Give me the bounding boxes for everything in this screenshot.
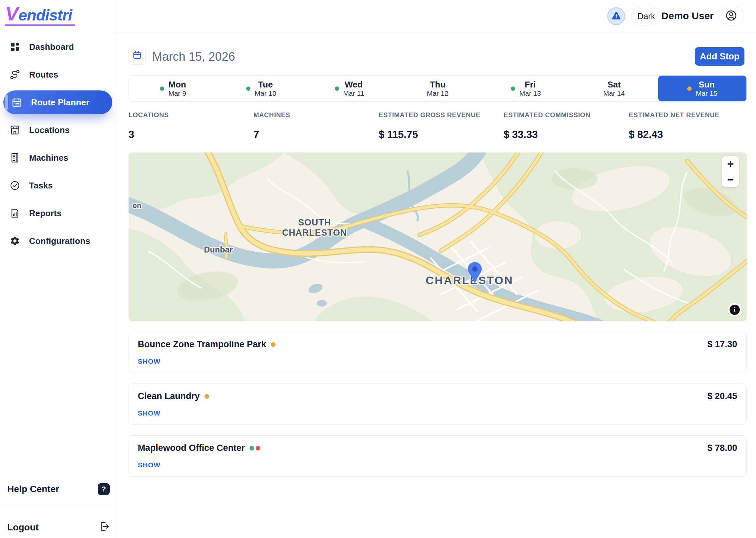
day-date: Mar 15 bbox=[696, 90, 717, 97]
stat-value: 3 bbox=[129, 129, 253, 140]
stop-card-maplewood: Maplewood Office Center $ 78.00 SHOW bbox=[129, 435, 747, 477]
day-status-dot bbox=[160, 86, 164, 91]
stat-label: MACHINES bbox=[253, 111, 379, 119]
theme-toggle-label: Dark bbox=[638, 12, 655, 21]
stop-card-bounce-zone: Bounce Zone Trampoline Park $ 17.30 SHOW bbox=[129, 332, 747, 373]
stop-card-header: Maplewood Office Center $ 78.00 bbox=[138, 443, 737, 453]
stop-amount: $ 20.45 bbox=[708, 391, 737, 402]
stat-machines: MACHINES 7 bbox=[253, 111, 379, 140]
day-tab-tue[interactable]: TueMar 10 bbox=[217, 76, 305, 101]
stat-label: ESTIMATED NET REVENUE bbox=[629, 111, 747, 119]
day-tab-thu[interactable]: ThuMar 12 bbox=[394, 76, 482, 101]
stop-amount: $ 78.00 bbox=[708, 443, 737, 453]
day-date: Mar 14 bbox=[603, 90, 625, 97]
stat-gross-revenue: ESTIMATED GROSS REVENUE $ 115.75 bbox=[379, 111, 504, 140]
sidebar-item-configurations[interactable]: Configurations bbox=[0, 232, 115, 250]
sidebar-item-label: Reports bbox=[29, 208, 61, 219]
map-attribution-button[interactable]: i bbox=[728, 303, 741, 316]
sidebar-item-label: Route Planner bbox=[31, 97, 89, 108]
stop-card-clean-laundry: Clean Laundry $ 20.45 SHOW bbox=[129, 384, 747, 425]
map-canvas: on SOUTH CHARLESTON Dunbar CHARLESTON bbox=[129, 152, 747, 321]
help-question-icon: ? bbox=[98, 483, 110, 495]
stop-card-header: Clean Laundry $ 20.45 bbox=[138, 391, 737, 402]
day-status-dot bbox=[687, 86, 692, 91]
sidebar-item-label: Configurations bbox=[29, 236, 90, 246]
vending-machine-icon bbox=[9, 152, 21, 163]
day-tab-sun[interactable]: SunMar 15 bbox=[658, 76, 746, 101]
help-center-label: Help Center bbox=[7, 484, 59, 494]
sidebar-item-routes[interactable]: Routes bbox=[0, 65, 115, 84]
sidebar-item-machines[interactable]: Machines bbox=[0, 148, 115, 167]
day-date: Mar 12 bbox=[427, 90, 448, 97]
sidebar-item-label: Machines bbox=[29, 153, 68, 163]
date-picker-button[interactable] bbox=[129, 47, 146, 65]
user-avatar-icon bbox=[725, 10, 737, 23]
day-name: Tue bbox=[258, 80, 273, 89]
gear-icon bbox=[9, 235, 21, 246]
stat-locations: LOCATIONS 3 bbox=[129, 111, 253, 140]
add-stop-button[interactable]: Add Stop bbox=[695, 47, 744, 66]
theme-toggle-button[interactable]: Dark bbox=[631, 7, 662, 26]
info-icon: i bbox=[729, 305, 740, 315]
zoom-in-button[interactable]: + bbox=[722, 156, 739, 172]
stop-amount: $ 17.30 bbox=[708, 339, 737, 350]
day-date: Mar 9 bbox=[168, 90, 186, 97]
map-label-south-charleston-2: CHARLESTON bbox=[282, 228, 347, 238]
stop-status-dot bbox=[249, 446, 254, 451]
show-stop-link[interactable]: SHOW bbox=[138, 461, 160, 469]
day-summary-stats: LOCATIONS 3 MACHINES 7 ESTIMATED GROSS R… bbox=[129, 111, 747, 140]
logo-initial: V bbox=[5, 3, 19, 25]
show-stop-link[interactable]: SHOW bbox=[138, 409, 160, 417]
day-name: Sat bbox=[607, 80, 620, 89]
dashboard-icon bbox=[9, 41, 21, 52]
day-tab-mon[interactable]: MonMar 9 bbox=[129, 76, 217, 101]
day-tab-sat[interactable]: SatMar 14 bbox=[570, 76, 658, 101]
day-status-dot bbox=[335, 86, 339, 91]
storefront-icon bbox=[9, 125, 21, 135]
app-logo[interactable]: Vendistri bbox=[5, 4, 75, 26]
week-day-selector: MonMar 9 TueMar 10 WedMar 11 ThuMar 12 F… bbox=[129, 75, 747, 102]
route-planner-calendar-icon bbox=[11, 97, 23, 108]
stat-label: ESTIMATED COMMISSION bbox=[504, 111, 629, 119]
day-date: Mar 13 bbox=[520, 90, 541, 97]
stat-value: $ 33.33 bbox=[504, 129, 629, 140]
day-tab-fri[interactable]: FriMar 13 bbox=[482, 76, 570, 101]
stop-card-header: Bounce Zone Trampoline Park $ 17.30 bbox=[138, 339, 737, 350]
sidebar-item-label: Routes bbox=[29, 70, 58, 80]
help-center-link[interactable]: Help Center ? bbox=[7, 481, 110, 497]
day-tab-wed[interactable]: WedMar 11 bbox=[305, 76, 394, 101]
logout-icon bbox=[98, 521, 110, 534]
sidebar-item-route-planner[interactable]: Route Planner bbox=[3, 90, 112, 114]
user-name: Demo User bbox=[662, 10, 714, 22]
zoom-out-button[interactable]: − bbox=[722, 172, 739, 188]
stat-value: $ 82.43 bbox=[629, 129, 747, 140]
sidebar-item-label: Tasks bbox=[29, 181, 53, 191]
sidebar-item-label: Dashboard bbox=[29, 42, 74, 52]
day-name: Sun bbox=[699, 80, 715, 89]
map-zoom-control: + − bbox=[722, 156, 739, 188]
sidebar-divider bbox=[0, 506, 115, 506]
user-menu-button[interactable] bbox=[718, 7, 744, 26]
stop-name: Bounce Zone Trampoline Park bbox=[138, 339, 266, 350]
show-stop-link[interactable]: SHOW bbox=[138, 357, 160, 365]
stop-name: Maplewood Office Center bbox=[138, 443, 245, 453]
logout-button[interactable]: Logout bbox=[7, 519, 110, 535]
sidebar-item-reports[interactable]: Reports bbox=[0, 204, 115, 223]
sidebar-item-dashboard[interactable]: Dashboard bbox=[0, 38, 115, 56]
alerts-button[interactable] bbox=[607, 7, 625, 25]
report-document-icon bbox=[9, 208, 21, 219]
sidebar-item-locations[interactable]: Locations bbox=[0, 121, 115, 139]
day-date: Mar 10 bbox=[255, 90, 276, 97]
day-name: Wed bbox=[345, 80, 362, 89]
stat-label: LOCATIONS bbox=[129, 111, 253, 119]
routes-icon bbox=[9, 69, 21, 80]
map-label-south-charleston-1: SOUTH bbox=[298, 218, 331, 227]
map-label-partial: on bbox=[133, 201, 142, 210]
route-map[interactable]: on SOUTH CHARLESTON Dunbar CHARLESTON + … bbox=[129, 152, 747, 321]
stat-net-revenue: ESTIMATED NET REVENUE $ 82.43 bbox=[629, 111, 747, 140]
day-name: Mon bbox=[168, 80, 186, 89]
sidebar-item-tasks[interactable]: Tasks bbox=[0, 176, 115, 195]
day-name: Thu bbox=[430, 80, 446, 89]
sidebar-item-label: Locations bbox=[29, 125, 70, 135]
day-status-dot bbox=[246, 86, 250, 91]
